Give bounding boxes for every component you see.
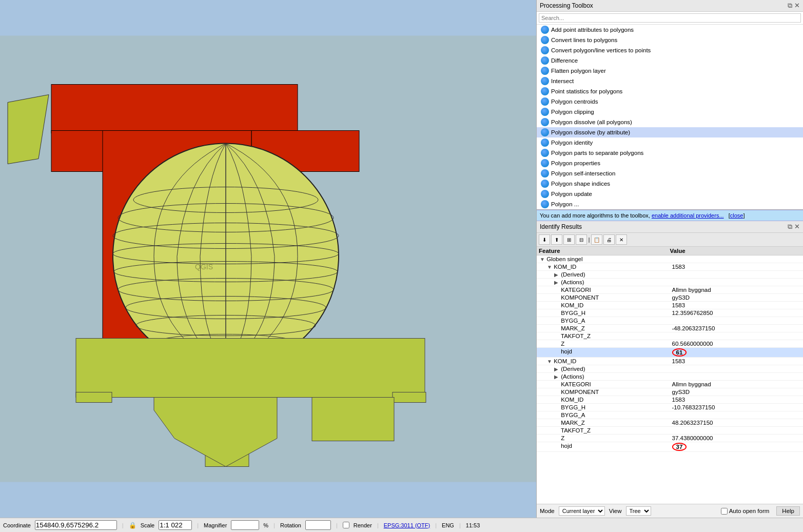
toolbox-item[interactable]: Polygon parts to separate polygons <box>537 148 803 158</box>
table-row[interactable]: ▼ Globen singel <box>537 255 803 263</box>
expand-arrow[interactable]: ▼ <box>547 359 552 364</box>
close-icon-identify[interactable]: ✕ <box>794 223 800 231</box>
rotation-input[interactable] <box>305 520 331 530</box>
table-row[interactable]: Z 60.5660000000 <box>537 340 803 348</box>
table-row[interactable]: MARK_Z 48.2063237150 <box>537 419 803 427</box>
float-icon-identify[interactable]: ⧉ <box>788 223 792 231</box>
table-row[interactable]: Z 37.4380000000 <box>537 435 803 442</box>
toolbox-item[interactable]: Difference <box>537 55 803 66</box>
toolbox-item[interactable]: Point statistics for polygons <box>537 86 803 96</box>
toolbox-item[interactable]: Polygon dissolve (all polygons) <box>537 117 803 127</box>
tool-icon <box>541 169 549 178</box>
coordinate-input[interactable] <box>35 520 117 530</box>
toolbox-item[interactable]: Polygon self-intersection <box>537 168 803 179</box>
expand-all-button[interactable]: ⬇ <box>539 234 550 245</box>
table-row[interactable]: BYGG_A <box>537 411 803 419</box>
table-row[interactable]: TAKFOT_Z <box>537 332 803 340</box>
epsg-label[interactable]: EPSG:3011 (OTF) <box>384 522 430 528</box>
toolbox-item[interactable]: Flatten polygon layer <box>537 66 803 76</box>
processing-toolbox-title: Processing Toolbox <box>540 2 593 9</box>
auto-open-checkbox[interactable] <box>721 508 728 515</box>
table-row[interactable]: ▶ (Derived) <box>537 365 803 373</box>
expand-arrow[interactable]: ▶ <box>554 374 559 380</box>
table-row[interactable]: BYGG_A <box>537 317 803 325</box>
toolbox-item[interactable]: Polygon dissolve (by attribute) <box>537 127 803 137</box>
table-row[interactable]: hojd 61 <box>537 348 803 358</box>
panel-header-controls: ⧉ ✕ <box>788 2 800 10</box>
svg-text:QGIS: QGIS <box>195 263 213 271</box>
toolbox-item[interactable]: Add point attributes to polygons <box>537 25 803 35</box>
toolbox-item[interactable]: Polygon update <box>537 189 803 199</box>
tree-feature-cell: TAKFOT_Z <box>537 427 670 434</box>
view-select[interactable]: Tree <box>626 506 651 516</box>
enable-providers-link[interactable]: enable additional providers... <box>652 212 724 219</box>
table-row[interactable]: ▶ (Derived) <box>537 271 803 279</box>
toolbox-item[interactable]: Convert polygon/line vertices to points <box>537 45 803 55</box>
float-icon[interactable]: ⧉ <box>788 2 792 10</box>
table-row[interactable]: KATEGORI Allmn byggnad <box>537 286 803 294</box>
expand-arrow[interactable]: ▶ <box>554 366 559 372</box>
mode-select[interactable]: Current layer <box>559 506 605 516</box>
tool-label: Polygon properties <box>551 160 600 166</box>
toolbox-item[interactable]: Polygon identity <box>537 137 803 148</box>
table-row[interactable]: KOM_ID 1583 <box>537 302 803 309</box>
toolbox-item[interactable]: Polygon properties <box>537 158 803 168</box>
magnifier-input[interactable] <box>231 520 259 530</box>
table-row[interactable]: ▼ KOM_ID 1583 <box>537 263 803 271</box>
table-row[interactable]: MARK_Z -48.2063237150 <box>537 325 803 332</box>
identify-toolbar: ⬇ ⬆ ⊞ ⊟ | 📋 🖨 ✕ <box>537 233 803 247</box>
tree-view-button[interactable]: ⊟ <box>576 234 587 245</box>
tree-value-cell: gyS3D <box>670 294 804 301</box>
tool-label: Polygon ... <box>551 201 579 207</box>
expand-arrow[interactable]: ▼ <box>540 257 545 262</box>
search-input[interactable] <box>539 13 801 23</box>
table-row[interactable]: BYGG_H -10.7683237150 <box>537 404 803 411</box>
table-row[interactable]: KOMPONENT gyS3D <box>537 294 803 302</box>
toolbox-list: Add point attributes to polygonsConvert … <box>537 25 803 209</box>
tree-value-cell <box>670 255 804 263</box>
table-row[interactable]: ▶ (Actions) <box>537 373 803 381</box>
tree-feature-cell: Z <box>537 435 670 442</box>
expand-arrow[interactable]: ▼ <box>547 264 552 270</box>
map-canvas[interactable]: QGIS <box>0 0 536 518</box>
table-row[interactable]: ▶ (Actions) <box>537 279 803 286</box>
table-row[interactable]: KOM_ID 1583 <box>537 396 803 404</box>
toolbox-item[interactable]: Intersect <box>537 76 803 86</box>
tool-icon <box>541 26 549 34</box>
help-button[interactable]: Help <box>776 506 800 516</box>
tool-label: Polygon clipping <box>551 109 594 115</box>
tree-feature-cell: KOMPONENT <box>537 388 670 396</box>
close-info-link[interactable]: close <box>730 212 743 219</box>
lock-icon[interactable]: 🔒 <box>129 522 136 529</box>
close-icon[interactable]: ✕ <box>794 2 800 10</box>
tree-feature-cell: ▼ KOM_ID <box>537 263 670 270</box>
expand-arrow[interactable]: ▶ <box>554 280 559 285</box>
clear-button[interactable]: ✕ <box>616 234 627 245</box>
collapse-all-button[interactable]: ⬆ <box>551 234 562 245</box>
print-button[interactable]: 🖨 <box>603 234 615 245</box>
table-view-button[interactable]: ⊞ <box>563 234 575 245</box>
scale-input[interactable] <box>159 520 192 530</box>
table-row[interactable]: TAKFOT_Z <box>537 427 803 435</box>
toolbox-item[interactable]: Polygon shape indices <box>537 179 803 189</box>
toolbox-item[interactable]: Polygon centroids <box>537 96 803 107</box>
tool-label: Difference <box>551 57 578 64</box>
tree-value-cell: 37 <box>670 442 804 451</box>
table-row[interactable]: hojd 37 <box>537 442 803 452</box>
svg-rect-21 <box>393 392 426 403</box>
tree-value-cell: 1583 <box>670 396 804 403</box>
table-row[interactable]: BYGG_H 12.3596762850 <box>537 309 803 317</box>
expand-arrow[interactable]: ▶ <box>554 272 559 278</box>
status-bar: Coordinate | 🔒 Scale | Magnifier % | Rot… <box>0 518 803 532</box>
tool-icon <box>541 97 549 106</box>
render-checkbox[interactable] <box>343 522 349 528</box>
table-row[interactable]: ▼ KOM_ID 1583 <box>537 358 803 365</box>
table-row[interactable]: KOMPONENT gyS3D <box>537 388 803 396</box>
toolbox-item[interactable]: Polygon clipping <box>537 107 803 117</box>
tool-label: Polygon shape indices <box>551 181 610 187</box>
toolbox-item[interactable]: Convert lines to polygons <box>537 35 803 45</box>
toolbox-item[interactable]: Polygon ... <box>537 199 803 209</box>
table-row[interactable]: KATEGORI Allmn byggnad <box>537 381 803 388</box>
copy-button[interactable]: 📋 <box>591 234 602 245</box>
tree-feature-cell: ▼ Globen singel <box>537 255 670 263</box>
